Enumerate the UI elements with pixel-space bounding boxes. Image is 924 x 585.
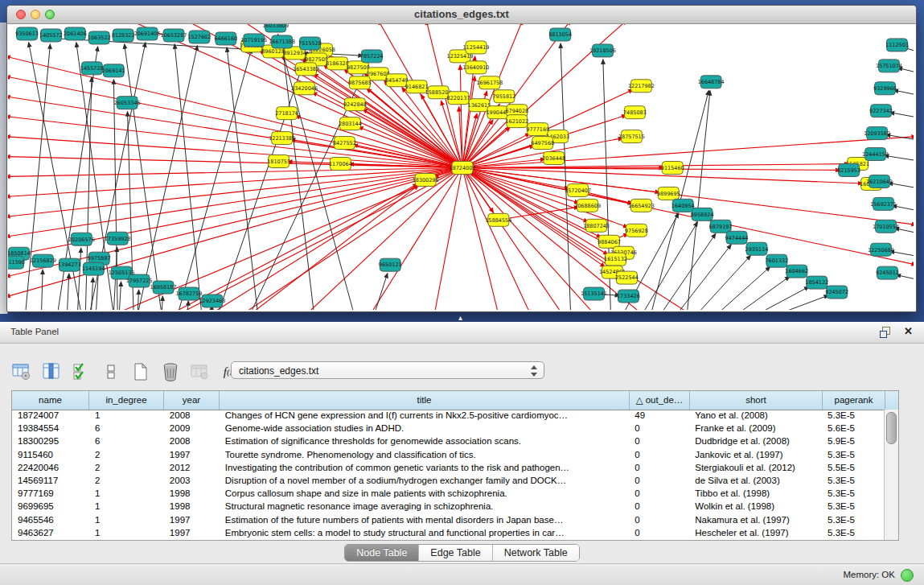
table-cell[interactable]: 2008 [164,410,220,422]
table-cell[interactable]: Dudbridge et al. (2008) [689,435,822,448]
table-cell[interactable]: 1998 [164,488,220,501]
graph-node[interactable]: 1733426 [617,290,640,303]
column-header-in_degree[interactable]: in_degree [89,391,164,410]
graph-node[interactable]: 15884554 [485,213,511,226]
rows-icon[interactable] [101,361,121,382]
graph-node[interactable]: 1854122 [805,276,828,289]
table-row[interactable]: 1872400712008Changes of HCN gene express… [12,410,885,422]
graph-node[interactable]: 9245072 [825,286,848,299]
graph-node[interactable]: 18807243 [583,219,610,232]
column-header-title[interactable]: title [220,391,630,410]
graph-node[interactable]: 18724007 [450,162,476,175]
graph-node[interactable]: 2061406 [64,27,87,40]
graph-node[interactable]: 23420046 [291,82,318,95]
graph-node[interactable]: 7515528 [298,37,322,50]
graph-node[interactable]: 16958187 [150,281,177,294]
table-cell[interactable]: 0 [629,514,689,527]
graph-node[interactable]: 13640910 [462,61,489,74]
table-cell[interactable]: Yano et al. (2008) [689,410,822,422]
table-cell[interactable]: 1 [89,410,164,422]
graph-node[interactable]: 8128322 [112,29,135,42]
table-cell[interactable]: 14569117 [12,475,89,488]
table-cell[interactable]: 2009 [164,422,220,435]
graph-node[interactable]: 1640954 [671,199,695,212]
table-selector-dropdown[interactable]: citations_edges.txt [231,361,544,379]
table-row[interactable]: 1456911722003Disruption of a novel membe… [12,475,885,488]
graph-node[interactable]: 1405572 [39,29,63,42]
table-cell[interactable]: de Silva et al. (2003) [689,475,822,488]
graph-node[interactable]: 1455728 [80,62,104,75]
table-cell[interactable]: 19384554 [12,422,89,435]
table-cell[interactable]: 1 [89,514,164,527]
graph-node[interactable]: 17010554 [873,220,899,233]
table-cell[interactable]: 1997 [164,449,220,462]
graph-node[interactable]: 10719195 [240,34,267,47]
graph-node[interactable]: 9650121 [379,258,402,271]
graph-node[interactable]: 20691406 [134,27,161,40]
graph-node[interactable]: 12213389 [269,132,295,145]
graph-node[interactable]: 1604662 [785,265,808,278]
window-titlebar[interactable]: citations_edges.txt [7,6,916,24]
network-graph-canvas[interactable]: 1872400718300295796382289601288912934232… [8,24,914,310]
graph-node[interactable]: 1810755 [267,155,290,168]
table-cell[interactable]: 1997 [164,514,220,527]
graph-node[interactable]: 2803144 [339,117,362,130]
graph-node[interactable]: 9115460 [661,162,684,175]
table-cell[interactable]: 2 [89,475,164,488]
graph-node[interactable]: 17957225 [126,274,153,287]
graph-node[interactable]: 8958924 [691,208,714,220]
table-cell[interactable]: Wolkin et al. (1998) [689,501,822,513]
table-cell[interactable]: 2008 [164,435,220,448]
graph-node[interactable]: 8427552 [333,137,356,150]
graph-node[interactable]: 12156829 [30,254,56,267]
column-settings-icon[interactable] [41,361,62,382]
graph-node[interactable]: 1112503 [885,39,909,51]
graph-node[interactable]: 1170064 [329,158,352,171]
column-header-out_de[interactable]: △ out_de… [630,391,690,410]
table-cell[interactable]: 0 [629,501,689,513]
column-header-year[interactable]: year [164,391,220,410]
graph-node[interactable]: 18757515 [618,130,645,143]
table-cell[interactable]: Corpus callosum shape and size in male p… [220,488,630,501]
table-cell[interactable]: Changes of HCN gene expression and I(f) … [220,410,630,422]
table-cell[interactable]: 2 [89,449,164,462]
table-cell[interactable]: Genome-wide association studies in ADHD. [220,422,630,435]
graph-node[interactable]: 2718176 [275,107,298,120]
graph-node[interactable]: 1394273 [58,258,81,271]
table-cell[interactable]: Investigating the contribution of common… [220,462,630,475]
tab-network-table[interactable]: Network Table [493,545,579,561]
table-cell[interactable]: 0 [629,527,689,540]
table-cell[interactable]: 5.3E-5 [822,514,885,527]
graph-node[interactable]: 2036448 [542,152,565,165]
graph-node[interactable]: 15692371 [870,197,897,210]
graph-node[interactable]: 1063522 [88,31,111,44]
graph-node[interactable]: 12444154 [862,148,889,161]
graph-node[interactable]: 9474444 [725,231,749,244]
graph-node[interactable]: 20206576 [68,233,95,245]
table-cell[interactable]: Franke et al. (2009) [689,422,822,435]
table-cell[interactable]: 1 [89,527,164,540]
graph-node[interactable]: 2522544 [615,271,639,284]
table-cell[interactable]: 0 [629,422,689,435]
table-cell[interactable]: 9465546 [12,514,89,527]
graph-node[interactable]: 1621022 [505,115,528,128]
graph-node[interactable]: 9350613 [15,27,39,40]
select-columns-icon[interactable] [71,361,92,382]
table-cell[interactable]: 1 [89,501,164,513]
table-row[interactable]: 977716911998Corpus callosum shape and si… [12,488,885,501]
graph-node[interactable]: 12093582 [864,127,890,140]
table-row[interactable]: 1830029562008Estimation of significance … [12,435,885,448]
graph-node[interactable]: 8186328 [326,57,349,70]
table-cell[interactable]: Disruption of a novel member of a sodium… [220,475,630,488]
table-cell[interactable]: 5.3E-5 [822,488,885,501]
graph-node[interactable]: 16961758 [476,76,503,89]
table-cell[interactable]: 1 [89,488,164,501]
table-cell[interactable]: 5.5E-5 [822,462,885,475]
graph-node[interactable]: 18300295 [413,173,439,186]
graph-node[interactable]: 9329966 [873,82,897,95]
graph-node[interactable]: 19218506 [589,44,616,57]
column-header-short[interactable]: short [690,391,823,410]
table-settings-icon[interactable] [11,361,32,382]
graph-node[interactable]: 2069141 [102,64,125,77]
table-cell[interactable]: 2003 [164,475,220,488]
